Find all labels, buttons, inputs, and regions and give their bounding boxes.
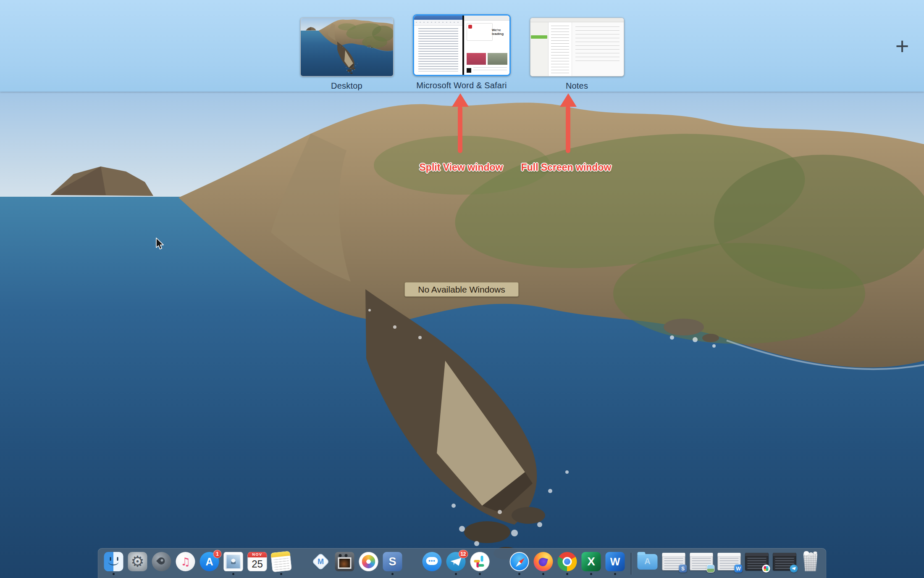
no-available-windows-tooltip: No Available Windows: [404, 282, 519, 297]
safari-text-lines: [473, 67, 507, 72]
notes-art: [270, 551, 292, 573]
calendar-month-label: NOV: [248, 552, 267, 557]
notes-content-column: [572, 22, 623, 76]
trash-icon[interactable]: [801, 552, 820, 571]
messages-art: [423, 552, 442, 571]
running-indicator: [455, 573, 457, 575]
word-badge-icon: W: [735, 565, 743, 573]
system-preferences-icon[interactable]: ⚙: [128, 552, 147, 571]
desktop-thumbnail-art: [301, 18, 393, 76]
full-screen-annotation-label: Full Screen window: [521, 162, 612, 173]
telegram-icon[interactable]: 12: [446, 552, 466, 571]
space-notes-label: Notes: [566, 81, 588, 91]
running-indicator: [232, 573, 234, 575]
preview-badge-icon: [707, 565, 715, 573]
space-notes-thumbnail[interactable]: [530, 18, 624, 77]
applications-folder-icon[interactable]: [638, 552, 658, 571]
spaces-bar: Desktop We're leading: [0, 0, 924, 92]
mail-icon[interactable]: [224, 552, 243, 571]
word-ribbon: [414, 20, 463, 26]
mail-art: [224, 552, 243, 571]
minimized-snagit-thumbnail[interactable]: S: [662, 552, 685, 571]
space-word-safari-label: Microsoft Word & Safari: [416, 81, 507, 90]
excel-icon[interactable]: X: [582, 552, 601, 571]
system-preferences-glyph: ⚙: [131, 554, 144, 569]
notes-list-lines: [551, 26, 569, 74]
running-indicator: [280, 573, 282, 575]
system-preferences-art: ⚙: [128, 552, 147, 571]
launchpad-icon[interactable]: [152, 552, 171, 571]
dock: ⚙♫A1NOV25MS12XWSW: [98, 548, 827, 578]
m-app-icon[interactable]: M: [311, 552, 331, 571]
space-word-safari: We're leading Microsoft Word & Safari: [413, 0, 511, 91]
notes-list-column: [549, 22, 572, 76]
spaces-row: Desktop We're leading: [0, 0, 924, 91]
chrome-icon[interactable]: [558, 552, 577, 571]
safari-icon[interactable]: [510, 552, 529, 571]
notes-content-lines: [575, 26, 620, 62]
minimized-slack-thumbnail[interactable]: [746, 552, 769, 571]
safari-image-card: [488, 53, 507, 65]
add-space-button[interactable]: +: [890, 33, 915, 60]
word-window-miniature: [414, 16, 463, 75]
running-indicator: [542, 573, 544, 575]
minimized-telegram-thumbnail[interactable]: [773, 552, 796, 571]
space-desktop-label: Desktop: [331, 81, 362, 91]
space-desktop: Desktop: [300, 0, 394, 91]
projector-icon[interactable]: [335, 552, 354, 571]
notes-window-miniature: [530, 22, 624, 76]
running-indicator: [590, 573, 592, 575]
split-view-annotation-label: Split View window: [420, 162, 503, 173]
minimized-word-thumbnail[interactable]: W: [718, 552, 741, 571]
photos-art: [359, 552, 378, 571]
slack-icon[interactable]: [470, 552, 490, 571]
safari-window-miniature: We're leading: [462, 16, 509, 75]
app-store-icon[interactable]: A1: [200, 552, 219, 571]
minimized-preview-thumbnail[interactable]: [690, 552, 713, 571]
safari-thumbnail-image: [467, 68, 471, 73]
chrome-art: [558, 552, 577, 571]
dock-spacer: [494, 552, 505, 571]
safari-dialog: [467, 23, 493, 41]
space-desktop-thumbnail[interactable]: [300, 18, 394, 77]
itunes-glyph: ♫: [181, 556, 190, 567]
snagit-badge-icon: S: [679, 565, 687, 573]
trash-art: [802, 552, 819, 571]
safari-toolbar: [464, 16, 509, 21]
photos-icon[interactable]: [359, 552, 378, 571]
word-titlebar: [414, 16, 463, 20]
notification-badge: 1: [213, 550, 222, 558]
calendar-icon[interactable]: NOV25: [248, 552, 267, 571]
m-app-glyph: M: [318, 558, 324, 565]
word-art: W: [606, 552, 625, 571]
word-document-text: [418, 28, 458, 71]
calendar-day-label: 25: [248, 557, 267, 571]
safari-headline-text: We're leading: [492, 28, 507, 36]
snagit-icon[interactable]: S: [383, 552, 402, 571]
space-word-safari-thumbnail[interactable]: We're leading: [413, 14, 511, 76]
dock-spacer: [296, 552, 307, 571]
notes-toolbar: [530, 18, 624, 22]
running-indicator: [518, 573, 520, 575]
applications-folder-art: [638, 554, 658, 570]
app-store-glyph: A: [205, 557, 213, 567]
word-icon[interactable]: W: [606, 552, 625, 571]
full-screen-arrow: [566, 106, 570, 153]
slack-art: [470, 552, 490, 571]
snagit-art: S: [383, 552, 402, 571]
snagit-glyph: S: [388, 556, 396, 567]
notes-selected-folder: [531, 35, 547, 39]
dock-spacer: [407, 552, 418, 571]
notes-icon[interactable]: [272, 552, 291, 571]
mission-control-screen: Desktop We're leading: [0, 0, 924, 578]
itunes-icon[interactable]: ♫: [176, 552, 195, 571]
running-indicator: [113, 573, 115, 575]
firefox-icon[interactable]: [534, 552, 553, 571]
finder-icon[interactable]: [104, 552, 123, 571]
messages-icon[interactable]: [423, 552, 442, 571]
excel-glyph: X: [587, 556, 595, 567]
m-app-art: M: [311, 552, 331, 571]
telegram-badge-icon: [790, 565, 798, 573]
safari-promo-card: [467, 53, 486, 65]
running-indicator: [566, 573, 568, 575]
